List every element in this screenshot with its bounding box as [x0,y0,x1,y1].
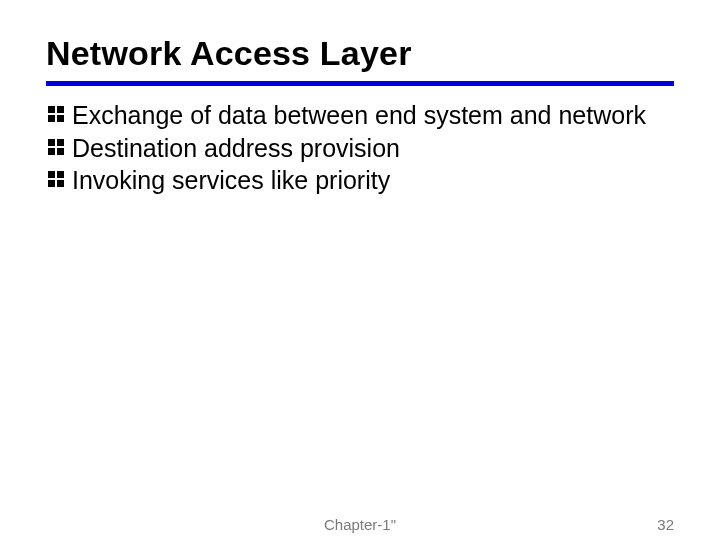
svg-rect-4 [48,139,55,146]
list-item: Invoking services like priority [48,165,674,196]
bullet-text: Invoking services like priority [72,165,674,196]
footer-center: Chapter-1" [324,516,396,533]
bullet-text: Exchange of data between end system and … [72,100,674,131]
svg-rect-3 [57,115,64,122]
svg-rect-5 [57,139,64,146]
svg-rect-8 [48,171,55,178]
title-underline [46,81,674,86]
svg-rect-1 [57,106,64,113]
page-number: 32 [657,516,674,533]
svg-rect-9 [57,171,64,178]
svg-rect-10 [48,180,55,187]
svg-rect-7 [57,148,64,155]
list-item: Exchange of data between end system and … [48,100,674,131]
bullet-text: Destination address provision [72,133,674,164]
svg-rect-6 [48,148,55,155]
svg-rect-2 [48,115,55,122]
bullet-icon [48,106,64,122]
slide-title: Network Access Layer [46,34,674,79]
svg-rect-11 [57,180,64,187]
bullet-icon [48,171,64,187]
bullet-list: Exchange of data between end system and … [46,100,674,196]
slide: Network Access Layer Exchange of data be… [0,0,720,540]
svg-rect-0 [48,106,55,113]
list-item: Destination address provision [48,133,674,164]
bullet-icon [48,139,64,155]
